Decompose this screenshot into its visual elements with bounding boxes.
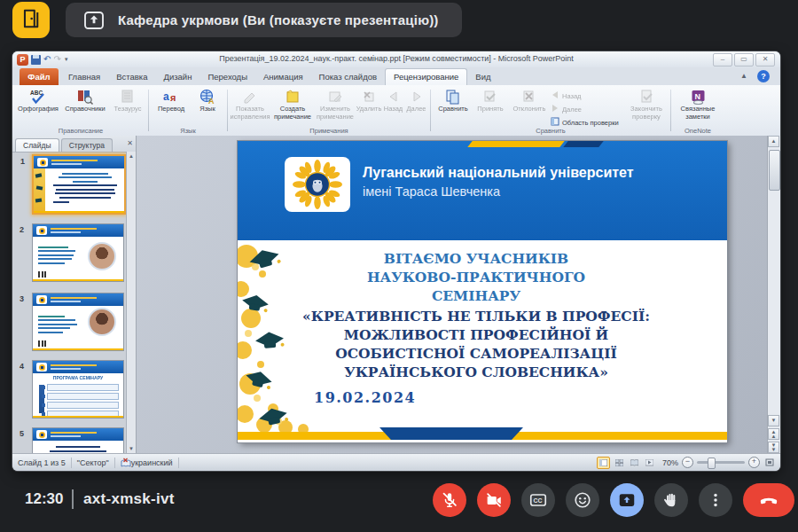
compare-icon (445, 88, 461, 106)
fit-window-icon[interactable] (763, 458, 775, 468)
meet-home-button[interactable] (12, 2, 50, 38)
zoom-slider[interactable] (697, 461, 745, 464)
tab-design[interactable]: Дизайн (155, 68, 200, 85)
scroll-up-icon[interactable]: ▲ (127, 153, 136, 159)
slide-thumbnail-1[interactable]: 1 (32, 154, 126, 215)
reject-button[interactable]: Отклонить (508, 87, 551, 128)
prev-slide-icon[interactable]: ▲▲ (768, 428, 779, 440)
linked-notes-button[interactable]: N Связанные заметки (673, 87, 723, 121)
ribbon-review: ABC Орфография Справочники (12, 85, 780, 137)
titlebar: P ↶ ↷ ▼ Презентація_19.02.2024_наук.-пра… (12, 51, 780, 67)
scrollbar-thumb[interactable] (769, 150, 780, 191)
scroll-down-icon[interactable]: ▼ (768, 415, 779, 426)
accept-button[interactable]: Принять (473, 87, 508, 128)
end-call-icon (758, 489, 779, 511)
thesaurus-button[interactable]: Тезаурус (110, 87, 145, 113)
new-comment-button[interactable]: Создать примечание (270, 87, 315, 121)
language-button[interactable]: A Язык (191, 87, 224, 113)
slide-thumbnail-5[interactable]: 5 (32, 427, 124, 453)
next-slide-icon[interactable]: ▼▼ (768, 442, 779, 453)
ribbon-tabs: Файл Главная Вставка Дизайн Переходы Ани… (12, 67, 780, 85)
reactions-icon (573, 490, 592, 510)
slide-header-band: Луганський національний університет імен… (238, 141, 727, 240)
meeting-time: 12:30 (25, 490, 63, 508)
next-change-button[interactable]: Далее (551, 104, 625, 114)
compare-button[interactable]: Сравнить (434, 87, 473, 128)
reactions-button[interactable] (566, 483, 599, 517)
tab-insert[interactable]: Вставка (108, 68, 155, 85)
captions-button[interactable]: CC (521, 483, 555, 517)
spelling-button[interactable]: ABC Орфография (16, 87, 60, 113)
zoom-slider-thumb[interactable] (708, 458, 716, 469)
edit-comment-button[interactable]: Изменить примечание (315, 87, 356, 121)
scroll-down-icon[interactable]: ▼ (127, 446, 136, 451)
end-call-button[interactable] (743, 483, 794, 517)
group-label: Язык (150, 127, 226, 135)
tab-review[interactable]: Рецензирование (385, 68, 467, 85)
presentation-pill[interactable]: Кафедра укрмови (Ви (показуєте презентац… (66, 3, 462, 37)
translate-button[interactable]: aя Перевод (152, 87, 191, 113)
tab-transitions[interactable]: Переходы (200, 68, 255, 85)
panel-scrollbar[interactable]: ▲ ▼ (126, 152, 136, 453)
view-reading-icon[interactable] (629, 458, 640, 468)
next-comment-button[interactable]: Далее (404, 87, 428, 121)
group-label: OneNote (672, 127, 724, 135)
slide-thumbnail-2[interactable]: 2 (32, 223, 124, 282)
thumbnail-list: 1 2 (12, 152, 127, 453)
next-comment-icon (410, 88, 424, 106)
delete-comment-button[interactable]: Удалить (356, 87, 382, 121)
camera-button[interactable] (477, 483, 511, 517)
collapse-ribbon-icon[interactable]: ▲ (738, 72, 750, 82)
reject-icon (521, 88, 537, 106)
show-markup-icon (242, 88, 258, 106)
minimize-icon[interactable]: – (713, 53, 732, 66)
group-label: Сравнить (432, 127, 669, 135)
zoom-in-icon[interactable]: + (748, 457, 760, 468)
previous-comment-button[interactable]: Назад (382, 87, 404, 121)
slide-thumbnail-4[interactable]: 4 ПРОГРАМА СЕМІНАРУ (32, 360, 124, 419)
svg-text:я: я (170, 92, 176, 103)
slide-date: 19.02.2024 (314, 389, 416, 406)
zoom-out-icon[interactable]: − (682, 457, 693, 468)
editor-scrollbar[interactable]: ▲ ▼ ▲▲ ▼▼ (767, 136, 780, 453)
panel-tab-slides[interactable]: Слайды (15, 138, 59, 152)
previous-change-button[interactable]: Назад (551, 90, 625, 101)
research-button[interactable]: Справочники (60, 87, 110, 113)
tab-view[interactable]: Вид (467, 68, 498, 85)
raise-hand-icon (661, 490, 681, 510)
tab-animations[interactable]: Анимация (255, 68, 311, 85)
edit-comment-icon (327, 88, 343, 106)
view-slideshow-icon[interactable] (644, 458, 655, 468)
view-sorter-icon[interactable] (614, 458, 625, 468)
zoom-level: 70% (662, 458, 678, 467)
divider (72, 489, 74, 509)
present-button[interactable] (610, 483, 644, 517)
show-markup-button[interactable]: Показать исправления (230, 87, 270, 121)
compare-nav-column: Назад Далее Область проверки (551, 87, 625, 128)
view-normal-icon[interactable] (597, 457, 610, 469)
close-panel-icon[interactable]: ✕ (127, 139, 133, 147)
scroll-up-icon[interactable]: ▲ (768, 136, 779, 147)
slide-canvas[interactable]: Луганський національний університет імен… (238, 141, 727, 442)
linked-notes-icon: N (690, 88, 707, 106)
language-indicator[interactable]: украинский (131, 458, 173, 467)
ribbon-group-proofing: ABC Орфография Справочники (14, 85, 147, 136)
close-icon[interactable]: ✕ (755, 53, 775, 66)
restore-icon[interactable]: ▭ (734, 53, 754, 66)
end-review-button[interactable]: Закончить проверку (625, 87, 668, 128)
research-icon (76, 88, 94, 106)
slide-thumbnail-3[interactable]: 3 (32, 293, 124, 351)
tab-file[interactable]: Файл (20, 68, 59, 85)
raise-hand-button[interactable] (654, 483, 688, 517)
spell-status-icon[interactable] (121, 458, 131, 468)
tab-home[interactable]: Главная (60, 68, 108, 85)
more-options-button[interactable] (699, 483, 732, 517)
mic-button[interactable] (433, 483, 466, 517)
tab-slideshow[interactable]: Показ слайдов (311, 68, 385, 85)
slide-editor[interactable]: Луганський національний університет імен… (137, 136, 768, 453)
slides-panel: Слайды Структура ✕ 1 (12, 136, 137, 453)
panel-tab-outline[interactable]: Структура (61, 138, 113, 152)
present-icon (617, 490, 637, 510)
help-icon[interactable]: ? (757, 70, 770, 82)
end-review-icon (638, 88, 654, 106)
